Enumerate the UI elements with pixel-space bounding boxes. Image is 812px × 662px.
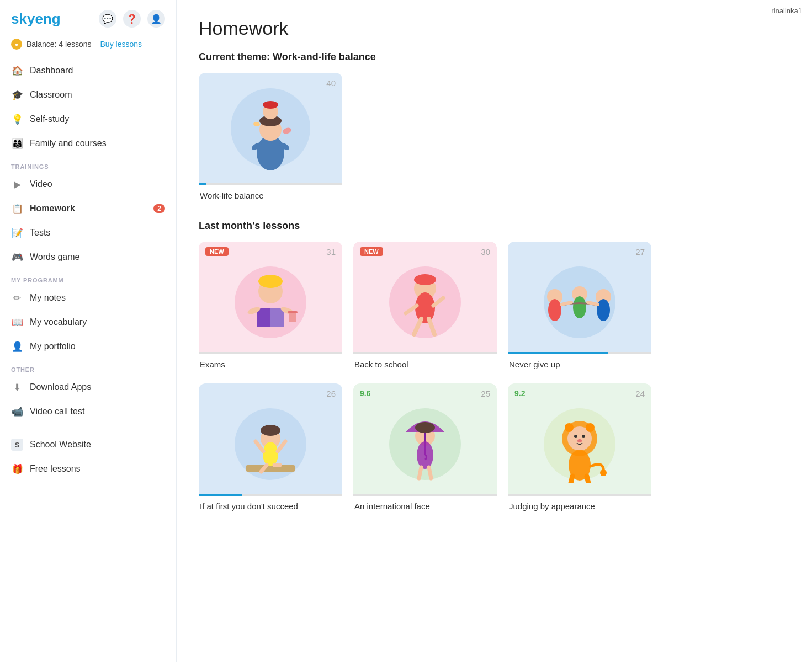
svg-point-49 — [415, 422, 435, 433]
sidebar-item-free-lessons[interactable]: 🎁 Free lessons — [0, 457, 176, 481]
logo-bold: eng — [35, 10, 60, 27]
page-title: Homework — [199, 18, 790, 39]
self-study-icon: 💡 — [11, 113, 23, 125]
card-international-face-progress-container — [353, 494, 497, 496]
sidebar: skyeng 💬 ❓ 👤 ● Balance: 4 lessons Buy le… — [0, 0, 177, 662]
sidebar-label-self-study: Self-study — [30, 114, 69, 124]
programm-section-label: MY PROGRAMM — [0, 269, 176, 286]
user-avatar-icon[interactable]: 👤 — [147, 10, 165, 28]
card-count: 40 — [326, 78, 336, 88]
sidebar-label-dashboard: Dashboard — [30, 66, 73, 76]
sidebar-item-dashboard[interactable]: 🏠 Dashboard — [0, 58, 176, 83]
card-back-to-school[interactable]: NEW 30 — [353, 242, 497, 372]
if-at-first-illustration — [229, 394, 312, 483]
sidebar-item-my-notes[interactable]: ✏ My notes — [0, 286, 176, 310]
download-apps-icon: ⬇ — [11, 381, 23, 393]
svg-point-5 — [263, 101, 278, 109]
svg-point-57 — [574, 435, 577, 438]
sidebar-item-video[interactable]: ▶ Video — [0, 172, 176, 196]
sidebar-label-words-game: Words game — [30, 252, 79, 262]
svg-point-31 — [573, 296, 586, 318]
card-label: Work-life balance — [199, 185, 342, 204]
card-judging-appearance-label: Judging by appearance — [508, 496, 651, 514]
svg-line-50 — [419, 467, 421, 478]
sidebar-item-video-call-test[interactable]: 📹 Video call test — [0, 399, 176, 424]
card-exams-image: NEW 31 — [199, 242, 342, 352]
sidebar-label-family: Family and courses — [30, 138, 107, 148]
card-if-at-first-count: 26 — [326, 389, 336, 398]
svg-point-12 — [258, 275, 283, 288]
sidebar-item-homework[interactable]: 📋 Homework 2 — [0, 196, 176, 221]
judging-appearance-illustration — [538, 394, 621, 483]
sidebar-item-school-website[interactable]: S School Website — [0, 433, 176, 457]
sidebar-label-tests: Tests — [30, 228, 50, 238]
sidebar-label-video: Video — [30, 179, 52, 189]
card-exams-new-badge: NEW — [205, 247, 229, 256]
current-theme-cards: 40 — [199, 73, 790, 204]
main-content: Homework Current theme: Work-and-life ba… — [177, 0, 812, 662]
card-if-at-first-progress-fill — [199, 494, 242, 496]
my-notes-icon: ✏ — [11, 292, 23, 304]
sidebar-item-self-study[interactable]: 💡 Self-study — [0, 107, 176, 131]
balance-coin-icon: ● — [11, 39, 22, 50]
svg-point-21 — [414, 274, 436, 285]
words-game-icon: 🎮 — [11, 251, 23, 263]
video-icon: ▶ — [11, 178, 23, 190]
international-face-illustration — [384, 394, 466, 483]
other-section-label: OTHER — [0, 359, 176, 375]
exams-illustration — [229, 253, 312, 341]
card-never-give-up[interactable]: 27 — [508, 242, 651, 372]
free-lessons-icon: 🎁 — [11, 463, 23, 475]
chat-icon[interactable]: 💬 — [99, 10, 116, 28]
work-life-balance-illustration — [226, 81, 315, 175]
sidebar-label-classroom: Classroom — [30, 90, 72, 100]
svg-line-51 — [429, 467, 431, 478]
svg-rect-18 — [288, 311, 298, 313]
card-work-life-balance[interactable]: 40 — [199, 73, 342, 204]
svg-line-35 — [588, 302, 598, 305]
family-icon: 👨‍👩‍👧 — [11, 137, 23, 150]
card-international-face[interactable]: 9.6 25 — [353, 383, 497, 514]
sidebar-item-words-game[interactable]: 🎮 Words game — [0, 245, 176, 269]
tests-icon: 📝 — [11, 227, 23, 239]
sidebar-item-tests[interactable]: 📝 Tests — [0, 221, 176, 245]
help-icon[interactable]: ❓ — [123, 10, 141, 28]
sidebar-label-download-apps: Download Apps — [30, 382, 91, 392]
card-if-at-first[interactable]: 26 — [199, 383, 342, 514]
header-icons: 💬 ❓ 👤 — [99, 10, 165, 28]
my-portfolio-icon: 👤 — [11, 340, 23, 353]
card-work-life-balance-image: 40 — [199, 73, 342, 183]
svg-rect-17 — [289, 312, 296, 322]
topbar-username: rinalinka1 — [771, 7, 802, 15]
svg-point-59 — [577, 439, 582, 442]
card-judging-appearance[interactable]: 9.2 24 — [508, 383, 651, 514]
card-international-face-label: An international face — [353, 496, 497, 514]
sidebar-item-my-portfolio[interactable]: 👤 My portfolio — [0, 334, 176, 359]
buy-lessons-link[interactable]: Buy lessons — [100, 40, 142, 49]
card-never-give-up-progress-fill — [508, 352, 608, 354]
svg-line-62 — [587, 476, 589, 483]
trainings-section-label: TRAININGS — [0, 156, 176, 172]
sidebar-item-classroom[interactable]: 🎓 Classroom — [0, 83, 176, 107]
sidebar-label-my-vocabulary: My vocabulary — [30, 317, 87, 327]
card-never-give-up-count: 27 — [635, 247, 645, 257]
card-if-at-first-label: If at first you don't succeed — [199, 496, 342, 514]
sidebar-item-my-vocabulary[interactable]: 📖 My vocabulary — [0, 310, 176, 334]
card-exams-count: 31 — [326, 247, 336, 257]
svg-point-33 — [597, 299, 610, 321]
card-judging-appearance-score: 9.2 — [514, 389, 525, 398]
svg-line-61 — [570, 476, 572, 483]
card-international-face-image: 9.6 25 — [353, 383, 497, 494]
card-judging-appearance-count: 24 — [635, 389, 645, 398]
card-exams[interactable]: NEW 31 — [199, 242, 342, 372]
card-exams-label: Exams — [199, 354, 342, 372]
homework-icon: 📋 — [11, 202, 23, 215]
sidebar-item-family[interactable]: 👨‍👩‍👧 Family and courses — [0, 131, 176, 156]
svg-line-34 — [561, 302, 571, 305]
sidebar-header: skyeng 💬 ❓ 👤 — [0, 0, 176, 34]
svg-point-48 — [417, 441, 433, 469]
logo[interactable]: skyeng — [11, 10, 61, 28]
back-to-school-illustration — [384, 253, 466, 341]
sidebar-item-download-apps[interactable]: ⬇ Download Apps — [0, 375, 176, 399]
lesson-cards-grid: NEW 31 — [199, 242, 790, 514]
